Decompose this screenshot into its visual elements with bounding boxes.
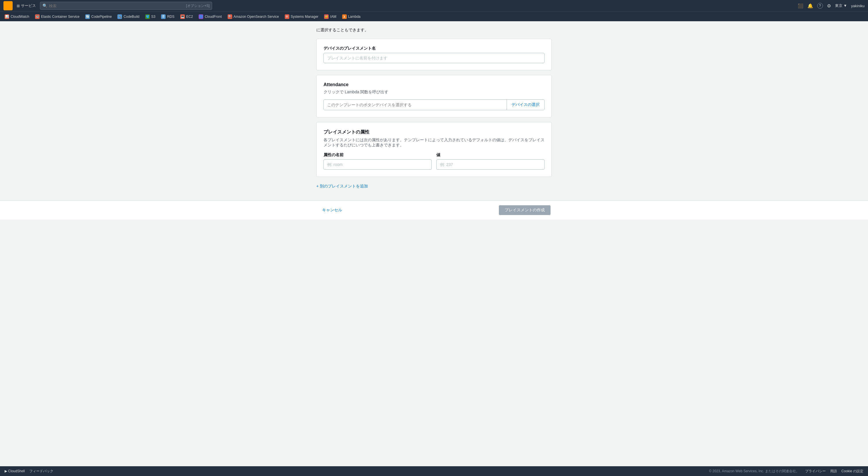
placement-name-label: デバイスのプレイスメント名: [323, 46, 545, 51]
codebuild-icon: 🔨: [117, 14, 122, 19]
intro-text: に選択することもできます。: [316, 27, 552, 33]
attendance-title: Attendance: [323, 82, 545, 87]
aws-logo[interactable]: aws: [3, 1, 12, 10]
ecs-icon: 🐳: [35, 14, 40, 19]
systems-manager-label: Systems Manager: [291, 14, 319, 19]
search-icon: 🔍: [42, 3, 48, 8]
user-menu[interactable]: yakiniku: [851, 4, 865, 8]
service-shortcut-lambda[interactable]: λ Lambda: [340, 12, 363, 21]
terminal-icon[interactable]: ⬛: [798, 3, 803, 9]
cancel-button[interactable]: キャンセル: [317, 205, 347, 215]
cloudfront-icon: 🌐: [198, 14, 203, 19]
attr-value-input[interactable]: [436, 159, 545, 170]
attendance-device-input[interactable]: [324, 100, 507, 110]
settings-icon[interactable]: ⚙: [827, 3, 831, 9]
s3-icon: 🪣: [145, 14, 150, 19]
attendance-device-selector: デバイスの選択: [323, 99, 545, 110]
codepipeline-label: CodePipeline: [91, 14, 112, 19]
placement-name-input[interactable]: [323, 53, 545, 63]
attr-name-label: 属性の名前: [323, 152, 432, 158]
service-shortcut-opensearch[interactable]: 🔍 Amazon OpenSearch Service: [225, 12, 281, 21]
help-icon[interactable]: ?: [817, 3, 823, 9]
systems-manager-icon: ⚙: [285, 14, 289, 19]
select-device-button[interactable]: デバイスの選択: [507, 100, 544, 110]
attr-name-input[interactable]: [323, 159, 432, 170]
global-search[interactable]: 🔍 [オプション+S]: [40, 2, 212, 10]
service-shortcut-codepipeline[interactable]: 🔄 CodePipeline: [83, 12, 114, 21]
grid-icon: ⊞: [17, 4, 20, 8]
service-shortcut-s3[interactable]: 🪣 S3: [143, 12, 158, 21]
attr-value-label: 値: [436, 152, 545, 158]
service-shortcut-ec2[interactable]: 💻 EC2: [178, 12, 195, 21]
service-shortcut-iam[interactable]: 🔐 IAM: [322, 12, 338, 21]
bell-icon[interactable]: 🔔: [807, 3, 813, 9]
service-shortcut-systems-manager[interactable]: ⚙ Systems Manager: [282, 12, 321, 21]
search-shortcut-hint: [オプション+S]: [186, 3, 210, 8]
service-shortcut-cloudwatch[interactable]: 📊 CloudWatch: [2, 12, 32, 21]
attributes-description: 各プレイスメントには次の属性があります。テンプレートによって入力されているデフォ…: [323, 138, 545, 148]
service-shortcut-rds[interactable]: 🗄 RDS: [159, 12, 177, 21]
cloudwatch-icon: 📊: [5, 14, 9, 19]
page-container: に選択することもできます。 デバイスのプレイスメント名 Attendance ク…: [311, 27, 557, 189]
codebuild-label: CodeBuild: [123, 14, 139, 19]
ec2-icon: 💻: [180, 14, 185, 19]
ecs-label: Elastic Container Service: [41, 14, 80, 19]
service-shortcut-codebuild[interactable]: 🔨 CodeBuild: [115, 12, 142, 21]
service-shortcut-bar: 📊 CloudWatch 🐳 Elastic Container Service…: [0, 11, 868, 21]
nav-right-area: ⬛ 🔔 ? ⚙ 東京 ▼ yakiniku: [798, 3, 865, 9]
region-selector[interactable]: 東京 ▼: [835, 3, 847, 8]
attr-name-col: 属性の名前: [323, 152, 432, 170]
rds-icon: 🗄: [161, 14, 166, 19]
rds-label: RDS: [167, 14, 174, 19]
region-label: 東京: [835, 3, 842, 8]
attribute-row: 属性の名前 値: [323, 152, 545, 170]
lambda-label: Lambda: [348, 14, 361, 19]
placement-name-card: デバイスのプレイスメント名: [316, 39, 552, 70]
services-menu-button[interactable]: ⊞ サービス: [15, 0, 38, 11]
region-arrow-icon: ▼: [843, 3, 847, 8]
service-shortcut-cloudfront[interactable]: 🌐 CloudFront: [196, 12, 224, 21]
add-placement-link[interactable]: + 別のプレイスメントを追加: [316, 184, 368, 189]
services-label: サービス: [21, 3, 36, 8]
cloudfront-label: CloudFront: [205, 14, 222, 19]
lambda-icon: λ: [342, 14, 347, 19]
attr-value-col: 値: [436, 152, 545, 170]
main-content: に選択することもできます。 デバイスのプレイスメント名 Attendance ク…: [0, 21, 868, 466]
iam-icon: 🔐: [324, 14, 329, 19]
attendance-card: Attendance クリックで Lambda 関数を呼び出す デバイスの選択: [316, 75, 552, 117]
service-shortcut-ecs[interactable]: 🐳 Elastic Container Service: [33, 12, 82, 21]
cloudwatch-label: CloudWatch: [11, 14, 29, 19]
attributes-title: プレイスメントの属性: [323, 129, 545, 135]
svg-text:aws: aws: [6, 5, 11, 7]
placement-attributes-card: プレイスメントの属性 各プレイスメントには次の属性があります。テンプレートによっ…: [316, 122, 552, 177]
codepipeline-icon: 🔄: [85, 14, 90, 19]
top-navigation: aws ⊞ サービス 🔍 [オプション+S] ⬛ 🔔 ? ⚙ 東京 ▼ yaki…: [0, 0, 868, 11]
ec2-label: EC2: [186, 14, 193, 19]
iam-label: IAM: [330, 14, 336, 19]
create-placement-button[interactable]: プレイスメントの作成: [499, 205, 551, 215]
opensearch-label: Amazon OpenSearch Service: [234, 14, 279, 19]
search-input[interactable]: [49, 4, 184, 8]
opensearch-icon: 🔍: [228, 14, 232, 19]
s3-label: S3: [151, 14, 156, 19]
attendance-subtitle: クリックで Lambda 関数を呼び出す: [323, 90, 545, 95]
